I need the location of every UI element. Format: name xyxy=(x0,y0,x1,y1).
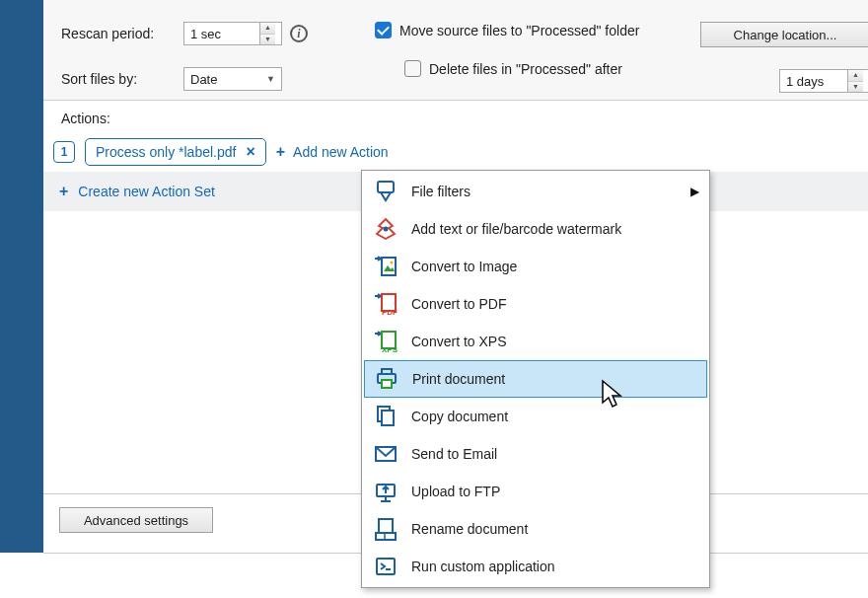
run-icon xyxy=(372,553,399,580)
plus-icon: + xyxy=(59,183,68,200)
menu-item-label: File filters xyxy=(411,184,679,199)
plus-icon: + xyxy=(276,143,285,161)
rescan-period-label: Rescan period: xyxy=(61,26,176,41)
action-index-badge[interactable]: 1 xyxy=(53,141,75,163)
menu-item-file-filters[interactable]: File filters ▶ xyxy=(364,173,707,210)
submenu-arrow-icon: ▶ xyxy=(690,185,699,198)
main-content: Rescan period: 1 sec ▲▼ i Sort files by:… xyxy=(43,0,868,598)
move-processed-checkbox[interactable] xyxy=(375,22,392,38)
menu-item-label: Add text or file/barcode watermark xyxy=(411,221,699,237)
menu-item-convert-xps[interactable]: XPS Convert to XPS xyxy=(364,323,707,360)
email-icon xyxy=(372,440,399,468)
delete-after-days-input[interactable]: 1 days ▲▼ xyxy=(779,69,868,93)
remove-filter-icon[interactable]: × xyxy=(246,143,254,161)
settings-panel: Rescan period: 1 sec ▲▼ i Sort files by:… xyxy=(43,0,868,101)
svg-rect-10 xyxy=(382,380,392,388)
pdf-icon: PDF xyxy=(372,290,399,318)
spin-buttons[interactable]: ▲▼ xyxy=(259,23,275,44)
menu-item-label: Convert to XPS xyxy=(411,334,699,349)
svg-text:XPS: XPS xyxy=(382,345,398,354)
chevron-down-icon: ▼ xyxy=(266,74,275,84)
rescan-period-value: 1 sec xyxy=(190,27,221,41)
menu-item-run-application[interactable]: Run custom application xyxy=(364,548,707,585)
image-icon xyxy=(372,253,399,280)
svg-rect-12 xyxy=(382,411,394,425)
spin-buttons[interactable]: ▲▼ xyxy=(847,70,863,92)
filter-chip-label: Process only *label.pdf xyxy=(96,144,236,160)
svg-text:PDF: PDF xyxy=(382,308,398,317)
filter-chip[interactable]: Process only *label.pdf × xyxy=(85,138,266,166)
menu-item-copy-document[interactable]: Copy document xyxy=(364,398,707,435)
advanced-settings-button[interactable]: Advanced settings xyxy=(59,507,213,533)
menu-item-label: Send to Email xyxy=(411,446,699,462)
print-icon xyxy=(373,365,400,393)
change-location-button[interactable]: Change location... xyxy=(700,22,868,47)
copy-icon xyxy=(372,403,399,430)
sort-files-select[interactable]: Date ▼ xyxy=(183,67,282,91)
svg-point-1 xyxy=(384,227,389,232)
create-action-set-label: Create new Action Set xyxy=(78,184,215,199)
actions-section-label: Actions: xyxy=(61,111,868,126)
xps-icon: XPS xyxy=(372,328,399,355)
add-new-action-button[interactable]: + Add new Action xyxy=(276,143,389,161)
delete-after-checkbox[interactable] xyxy=(404,60,421,77)
menu-item-rename-document[interactable]: Rename document xyxy=(364,510,707,548)
menu-item-label: Upload to FTP xyxy=(411,484,699,499)
sort-files-value: Date xyxy=(190,72,217,87)
menu-item-convert-pdf[interactable]: PDF Convert to PDF xyxy=(364,285,707,323)
svg-rect-0 xyxy=(378,182,394,192)
menu-item-watermark[interactable]: Add text or file/barcode watermark xyxy=(364,210,707,248)
menu-item-label: Convert to Image xyxy=(411,259,699,274)
add-new-action-label: Add new Action xyxy=(293,144,389,160)
menu-item-send-email[interactable]: Send to Email xyxy=(364,435,707,473)
menu-item-convert-image[interactable]: Convert to Image xyxy=(364,248,707,285)
delete-after-days-value: 1 days xyxy=(786,74,824,89)
delete-after-label: Delete files in "Processed" after xyxy=(429,61,622,77)
svg-rect-2 xyxy=(382,258,396,275)
sort-files-label: Sort files by: xyxy=(61,71,176,87)
left-sidebar xyxy=(0,0,43,553)
menu-item-print-document[interactable]: Print document xyxy=(364,360,707,398)
menu-item-label: Run custom application xyxy=(411,559,699,574)
svg-rect-16 xyxy=(376,533,396,540)
move-processed-label: Move source files to "Processed" folder xyxy=(399,23,639,38)
filter-icon xyxy=(372,178,399,205)
ftp-icon xyxy=(372,478,399,505)
menu-item-upload-ftp[interactable]: Upload to FTP xyxy=(364,473,707,510)
svg-point-3 xyxy=(391,262,394,264)
action-dropdown-menu: File filters ▶ Add text or file/barcode … xyxy=(361,170,710,588)
rename-icon xyxy=(372,515,399,543)
menu-item-label: Convert to PDF xyxy=(411,296,699,312)
action-row: 1 Process only *label.pdf × + Add new Ac… xyxy=(43,132,868,172)
menu-item-label: Print document xyxy=(412,371,698,387)
menu-item-label: Rename document xyxy=(411,521,699,537)
menu-item-label: Copy document xyxy=(411,409,699,424)
rescan-period-input[interactable]: 1 sec ▲▼ xyxy=(183,22,282,45)
watermark-icon xyxy=(372,215,399,243)
info-icon[interactable]: i xyxy=(290,25,308,42)
